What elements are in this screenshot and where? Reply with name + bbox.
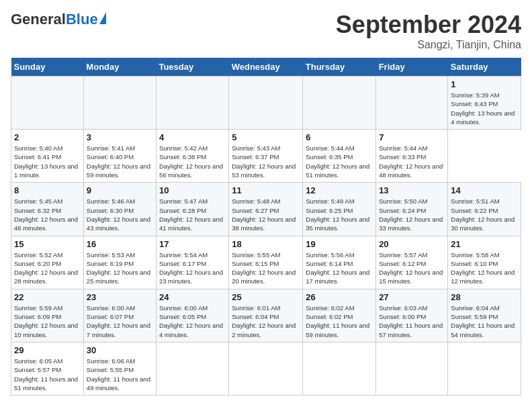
day-info: Sunrise: 5:39 AM Sunset: 6:43 PM Dayligh… (451, 91, 518, 126)
weekday-header-wednesday: Wednesday (229, 58, 303, 77)
day-info: Sunrise: 5:43 AM Sunset: 6:37 PM Dayligh… (232, 144, 300, 179)
calendar-cell: 14 Sunrise: 5:51 AM Sunset: 6:22 PM Dayl… (448, 183, 521, 236)
day-info: Sunrise: 6:03 AM Sunset: 6:00 PM Dayligh… (379, 304, 445, 339)
calendar-cell (376, 342, 448, 395)
day-number: 10 (159, 185, 226, 195)
day-number: 12 (306, 185, 373, 195)
location: Sangzi, Tianjin, China (336, 39, 521, 51)
calendar-cell: 17 Sunrise: 5:54 AM Sunset: 6:17 PM Dayl… (156, 236, 228, 289)
weekday-header-friday: Friday (376, 58, 448, 77)
day-number: 30 (87, 345, 153, 355)
day-info: Sunrise: 5:58 AM Sunset: 6:10 PM Dayligh… (451, 250, 518, 286)
day-number: 16 (87, 239, 153, 249)
day-info: Sunrise: 5:41 AM Sunset: 6:40 PM Dayligh… (87, 144, 153, 179)
day-info: Sunrise: 6:00 AM Sunset: 6:05 PM Dayligh… (159, 304, 226, 339)
day-number: 15 (14, 239, 81, 249)
calendar-cell: 5 Sunrise: 5:43 AM Sunset: 6:37 PM Dayli… (229, 130, 303, 183)
calendar-cell: 12 Sunrise: 5:49 AM Sunset: 6:25 PM Dayl… (303, 183, 376, 236)
calendar-cell: 2 Sunrise: 5:40 AM Sunset: 6:41 PM Dayli… (11, 130, 84, 183)
day-number: 11 (232, 185, 300, 195)
calendar-cell: 7 Sunrise: 5:44 AM Sunset: 6:33 PM Dayli… (376, 130, 448, 183)
calendar-cell: 18 Sunrise: 5:55 AM Sunset: 6:15 PM Dayl… (229, 236, 303, 289)
logo: General Blue (11, 11, 106, 28)
calendar-cell: 3 Sunrise: 5:41 AM Sunset: 6:40 PM Dayli… (83, 130, 156, 183)
day-info: Sunrise: 5:53 AM Sunset: 6:19 PM Dayligh… (87, 250, 153, 286)
day-number: 18 (232, 239, 300, 249)
calendar-week-6: 29 Sunrise: 6:05 AM Sunset: 5:57 PM Dayl… (11, 342, 521, 395)
month-title: September 2024 Sangzi, Tianjin, China (336, 11, 521, 51)
day-number: 8 (14, 185, 81, 195)
day-info: Sunrise: 5:45 AM Sunset: 6:32 PM Dayligh… (14, 197, 81, 232)
day-info: Sunrise: 5:46 AM Sunset: 6:30 PM Dayligh… (87, 197, 153, 232)
day-info: Sunrise: 5:42 AM Sunset: 6:38 PM Dayligh… (159, 144, 226, 179)
day-info: Sunrise: 6:06 AM Sunset: 5:55 PM Dayligh… (87, 357, 153, 392)
calendar-week-4: 15 Sunrise: 5:52 AM Sunset: 6:20 PM Dayl… (11, 236, 521, 289)
day-info: Sunrise: 6:00 AM Sunset: 6:07 PM Dayligh… (87, 304, 153, 339)
calendar-cell: 9 Sunrise: 5:46 AM Sunset: 6:30 PM Dayli… (83, 183, 156, 236)
day-number: 20 (379, 239, 445, 249)
calendar-cell (156, 342, 228, 395)
day-number: 27 (379, 292, 445, 302)
day-number: 23 (87, 292, 153, 302)
calendar-cell: 28 Sunrise: 6:04 AM Sunset: 5:59 PM Dayl… (448, 289, 521, 342)
day-info: Sunrise: 5:49 AM Sunset: 6:25 PM Dayligh… (306, 197, 373, 232)
day-info: Sunrise: 5:47 AM Sunset: 6:28 PM Dayligh… (159, 197, 226, 232)
day-number: 3 (87, 132, 153, 142)
day-number: 13 (379, 185, 445, 195)
day-number: 1 (451, 79, 518, 89)
day-number: 6 (306, 132, 373, 142)
month-year: September 2024 (336, 11, 521, 39)
day-info: Sunrise: 6:02 AM Sunset: 6:02 PM Dayligh… (306, 304, 373, 339)
day-info: Sunrise: 6:04 AM Sunset: 5:59 PM Dayligh… (451, 304, 518, 339)
day-number: 2 (14, 132, 81, 142)
day-number: 24 (159, 292, 226, 302)
calendar-cell: 22 Sunrise: 5:59 AM Sunset: 6:09 PM Dayl… (11, 289, 84, 342)
day-number: 4 (159, 132, 226, 142)
calendar-cell (229, 342, 303, 395)
calendar-cell: 21 Sunrise: 5:58 AM Sunset: 6:10 PM Dayl… (448, 236, 521, 289)
calendar-cell (376, 77, 448, 130)
calendar-cell: 29 Sunrise: 6:05 AM Sunset: 5:57 PM Dayl… (11, 342, 84, 395)
calendar-cell: 8 Sunrise: 5:45 AM Sunset: 6:32 PM Dayli… (11, 183, 84, 236)
day-info: Sunrise: 5:57 AM Sunset: 6:12 PM Dayligh… (379, 250, 445, 286)
day-number: 5 (232, 132, 300, 142)
day-number: 25 (232, 292, 300, 302)
calendar-cell: 6 Sunrise: 5:44 AM Sunset: 6:35 PM Dayli… (303, 130, 376, 183)
day-info: Sunrise: 5:51 AM Sunset: 6:22 PM Dayligh… (451, 197, 518, 232)
calendar-week-3: 8 Sunrise: 5:45 AM Sunset: 6:32 PM Dayli… (11, 183, 521, 236)
calendar-cell (448, 342, 521, 395)
day-number: 14 (451, 185, 518, 195)
calendar-cell: 10 Sunrise: 5:47 AM Sunset: 6:28 PM Dayl… (156, 183, 228, 236)
day-info: Sunrise: 5:44 AM Sunset: 6:35 PM Dayligh… (306, 144, 373, 179)
calendar-cell: 27 Sunrise: 6:03 AM Sunset: 6:00 PM Dayl… (376, 289, 448, 342)
calendar-cell (229, 77, 303, 130)
day-number: 28 (451, 292, 518, 302)
day-number: 22 (14, 292, 81, 302)
day-info: Sunrise: 5:59 AM Sunset: 6:09 PM Dayligh… (14, 304, 81, 339)
day-info: Sunrise: 6:01 AM Sunset: 6:04 PM Dayligh… (232, 304, 300, 339)
calendar-cell (83, 77, 156, 130)
calendar-cell: 13 Sunrise: 5:50 AM Sunset: 6:24 PM Dayl… (376, 183, 448, 236)
weekday-header-tuesday: Tuesday (156, 58, 228, 77)
day-number: 17 (159, 239, 226, 249)
day-info: Sunrise: 5:40 AM Sunset: 6:41 PM Dayligh… (14, 144, 81, 179)
day-info: Sunrise: 5:44 AM Sunset: 6:33 PM Dayligh… (379, 144, 445, 179)
weekday-header-thursday: Thursday (303, 58, 376, 77)
calendar-cell: 15 Sunrise: 5:52 AM Sunset: 6:20 PM Dayl… (11, 236, 84, 289)
calendar-cell: 20 Sunrise: 5:57 AM Sunset: 6:12 PM Dayl… (376, 236, 448, 289)
calendar-week-5: 22 Sunrise: 5:59 AM Sunset: 6:09 PM Dayl… (11, 289, 521, 342)
day-number: 29 (14, 345, 81, 355)
calendar-week-1: 1 Sunrise: 5:39 AM Sunset: 6:43 PM Dayli… (11, 77, 521, 130)
logo-blue: Blue (66, 11, 98, 28)
calendar-cell: 24 Sunrise: 6:00 AM Sunset: 6:05 PM Dayl… (156, 289, 228, 342)
calendar-cell: 30 Sunrise: 6:06 AM Sunset: 5:55 PM Dayl… (83, 342, 156, 395)
calendar-cell: 19 Sunrise: 5:56 AM Sunset: 6:14 PM Dayl… (303, 236, 376, 289)
logo-general: General (11, 11, 66, 28)
day-info: Sunrise: 5:55 AM Sunset: 6:15 PM Dayligh… (232, 250, 300, 286)
day-info: Sunrise: 5:50 AM Sunset: 6:24 PM Dayligh… (379, 197, 445, 232)
calendar-cell (303, 342, 376, 395)
day-number: 26 (306, 292, 373, 302)
day-number: 21 (451, 239, 518, 249)
day-number: 9 (87, 185, 153, 195)
weekday-header-row: SundayMondayTuesdayWednesdayThursdayFrid… (11, 58, 521, 77)
